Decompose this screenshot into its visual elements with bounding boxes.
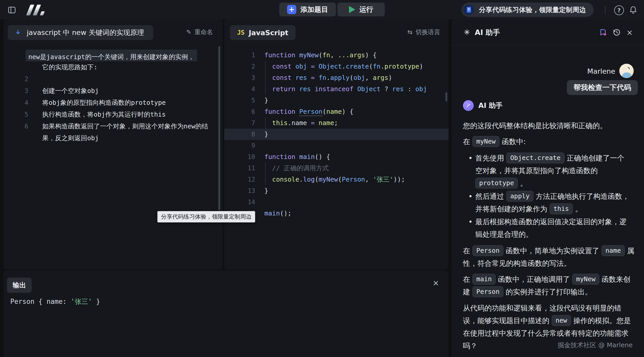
notification-bell-icon[interactable] <box>629 5 638 15</box>
pencil-icon: ✎ <box>186 29 191 36</box>
code-scrollbar[interactable] <box>445 92 447 101</box>
ai-panel-title: AI 助手 <box>475 28 500 37</box>
line-number: 1 <box>4 50 28 61</box>
code-line[interactable]: 14 <box>224 196 449 208</box>
ai-panel-close-icon[interactable]: × <box>625 28 634 37</box>
code-line[interactable]: 3 const res = fn.apply(obj, args) <box>224 72 449 83</box>
sidebar-toggle-icon[interactable] <box>7 5 16 15</box>
promo-badge[interactable]: 分享代码练习体验，领限量定制周边 <box>461 3 594 17</box>
help-icon[interactable]: ? <box>614 5 624 15</box>
code-panel: JS JavaScript ⇆ 切换语言 1function myNew(fn,… <box>224 20 449 269</box>
line-number: 12 <box>224 174 255 185</box>
inline-code-chip: myNew <box>472 136 499 147</box>
code-line[interactable]: 11 // 正确的调用方式 <box>224 163 449 174</box>
question-line-text: 果，反之则返回obj <box>42 132 99 144</box>
assistant-avatar <box>463 100 474 111</box>
line-number: 6 <box>224 106 255 117</box>
question-line-text: 如果构造函数返回了一个对象，则用这个对象作为new的结 <box>42 120 208 132</box>
switch-language-label: 切换语言 <box>416 28 440 36</box>
question-line[interactable]: 果，反之则返回obj <box>4 132 223 144</box>
inline-code-chip: prototype <box>475 178 518 189</box>
assistant-text-line: 空对象，并将其原型指向了构造函数的 <box>463 164 641 177</box>
line-number <box>4 132 28 144</box>
line-number: 6 <box>4 120 28 132</box>
assistant-text-line: 误，能够实现题目中描述的 new 操作的模拟。您是 <box>463 314 641 327</box>
code-line[interactable]: 5} <box>224 95 449 106</box>
app-logo[interactable] <box>26 4 46 16</box>
indent-guide <box>265 61 266 95</box>
sparkle-icon: ✳ <box>462 28 471 36</box>
line-number: 3 <box>4 85 28 97</box>
code-line[interactable]: 8} <box>224 129 449 140</box>
question-line[interactable]: 4将obj象的原型指向构造函数的prototype <box>4 97 223 109</box>
topbar: + 添加题目 运行 分享代码练习体验，领限量定制周边 ? <box>0 0 644 20</box>
line-number: 11 <box>224 163 255 174</box>
code-line[interactable]: 1function myNew(fn, ...args) { <box>224 50 449 61</box>
inline-code-chip: myNew <box>572 274 599 285</box>
line-number: 14 <box>224 196 255 208</box>
question-editor[interactable]: 1new是javascript的一个关键词，用来创建对象的实例，它的实现思路如下… <box>4 50 223 144</box>
code-line[interactable]: 2 const obj = Object.create(fn.prototype… <box>224 61 449 72</box>
line-number: 8 <box>224 129 255 140</box>
question-line-text: 将obj象的原型指向构造函数的prototype <box>42 97 166 109</box>
line-number <box>4 61 28 73</box>
question-line-text: new是javascript的一个关键词，用来创建对象的实例， <box>26 50 197 61</box>
question-line[interactable]: 3创建一个空对象obj <box>4 85 223 97</box>
code-line-text: } <box>264 95 268 106</box>
rename-button[interactable]: ✎ 重命名 <box>185 28 214 36</box>
assistant-text-line: 在 main 函数中，正确地调用了 myNew 函数来创 <box>463 273 641 286</box>
question-line[interactable]: 5执行构造函数，将obj作为其运行时的this <box>4 109 223 120</box>
question-line-text: 创建一个空对象obj <box>42 85 99 97</box>
js-badge-icon: JS <box>237 29 245 36</box>
inline-code-chip: new <box>552 315 571 326</box>
code-line[interactable]: 13} <box>224 185 449 196</box>
code-line-text: const obj = Object.create(fn.prototype) <box>264 61 423 72</box>
swap-arrows-icon: ⇆ <box>407 29 413 36</box>
assistant-text-line: 从代码的功能和逻辑来看，这段代码没有明显的错 <box>463 302 641 314</box>
output-tab[interactable]: 输出 <box>7 278 32 293</box>
code-line[interactable]: 6function Person(name) { <box>224 106 449 117</box>
line-number: 5 <box>224 95 255 106</box>
question-line[interactable]: 它的实现思路如下: <box>4 61 223 73</box>
assistant-text-line: 在 Person 函数中，简单地为实例设置了 name 属 <box>463 245 641 257</box>
assistant-text-line: 首先使用 Object.create 正确地创建了一个 <box>463 152 641 164</box>
line-number: 4 <box>4 97 28 109</box>
history-icon[interactable] <box>612 28 621 37</box>
output-line: Person { name: '张三' } <box>10 297 100 306</box>
line-number: 13 <box>224 185 255 196</box>
assistant-text-line: 并将新创建的对象作为 this 。 <box>463 203 641 215</box>
app: + 添加题目 运行 分享代码练习体验，领限量定制周边 ? javascript … <box>0 0 644 357</box>
assistant-text-line: 辑处理是合理的。 <box>463 228 641 241</box>
question-line[interactable]: 2 <box>4 73 223 85</box>
download-arrow-icon <box>14 29 22 36</box>
question-scrollbar[interactable] <box>218 46 220 210</box>
question-line-text: 它的实现思路如下: <box>42 61 97 73</box>
code-line[interactable]: 4 return res instanceof Object ? res : o… <box>224 83 449 95</box>
line-number: 5 <box>4 109 28 120</box>
indent-guide <box>265 117 266 129</box>
community-watermark: 掘金技术社区 @ Marlene <box>558 341 633 349</box>
promo-tooltip: 分享代码练习体验，领限量定制周边 <box>157 211 255 222</box>
code-line[interactable]: 7 this.name = name; <box>224 117 449 129</box>
code-line[interactable]: 15main(); <box>224 208 449 219</box>
add-question-label: 添加题目 <box>300 5 328 14</box>
ai-assistant-panel: ✳ AI 助手 × Marlene 帮我检查一下代码 AI 助手 您的这段代码整… <box>452 20 644 357</box>
language-tab[interactable]: JS JavaScript <box>230 25 296 40</box>
run-button[interactable]: 运行 <box>337 3 385 16</box>
question-line[interactable]: 6如果构造函数返回了一个对象，则用这个对象作为new的结 <box>4 120 223 132</box>
question-line[interactable]: 1new是javascript的一个关键词，用来创建对象的实例， <box>4 50 223 61</box>
switch-language-button[interactable]: ⇆ 切换语言 <box>406 28 442 36</box>
code-line[interactable]: 12 console.log(myNew(Person, '张三')); <box>224 174 449 185</box>
question-title-chip[interactable]: javascript 中 new 关键词的实现原理 <box>8 25 153 40</box>
code-line-text: } <box>264 185 268 196</box>
code-editor[interactable]: 1function myNew(fn, ...args) {2 const ob… <box>224 50 449 219</box>
user-avatar[interactable] <box>619 64 634 78</box>
code-line[interactable]: 9 <box>224 140 449 151</box>
code-line-text: } <box>264 129 268 140</box>
output-close-icon[interactable]: × <box>433 279 439 287</box>
new-chat-icon[interactable] <box>598 28 607 37</box>
assistant-text-line: 在 myNew 函数中: <box>463 135 641 148</box>
question-line-text: 执行构造函数，将obj作为其运行时的this <box>42 109 166 120</box>
code-line[interactable]: 10function main() { <box>224 151 449 163</box>
add-question-button[interactable]: + 添加题目 <box>279 3 336 16</box>
